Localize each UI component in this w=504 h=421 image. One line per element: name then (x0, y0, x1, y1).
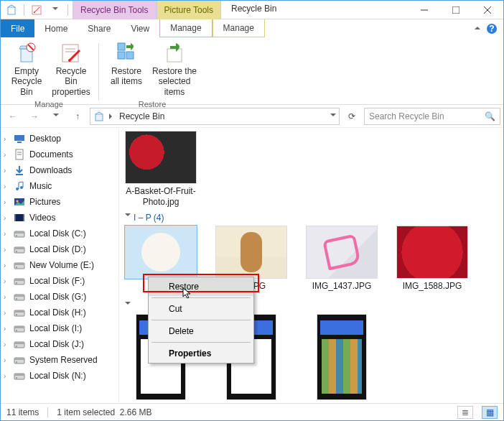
context-menu-properties[interactable]: Properties (149, 344, 253, 363)
expand-icon[interactable]: › (4, 293, 6, 301)
restore-selected-icon (163, 42, 186, 65)
ribbon-tabs: File Home Share View Manage Manage ? (1, 19, 503, 37)
address-dropdown-icon[interactable] (330, 111, 336, 121)
expand-icon[interactable]: › (4, 230, 6, 238)
disk-icon (14, 354, 25, 366)
group-header[interactable]: I – P (4) (125, 212, 503, 223)
sidebar-item-label: Local Disk (I:) (29, 323, 82, 333)
manage-recycle-subtab[interactable]: Manage (159, 19, 212, 37)
up-button[interactable]: ↑ (68, 107, 87, 126)
ribbon-collapse-icon[interactable] (475, 22, 480, 32)
back-button[interactable]: ← (4, 107, 22, 126)
vid-icon (14, 212, 25, 223)
file-item[interactable]: IMG_1588.JPG (396, 226, 468, 292)
view-tab[interactable]: View (121, 19, 159, 37)
sidebar-item[interactable]: ›Local Disk (N:) (1, 368, 118, 384)
sidebar-item-label: Videos (29, 213, 55, 223)
address-bar[interactable]: Recycle Bin (90, 108, 340, 125)
sidebar-item[interactable]: ›New Volume (E:) (1, 257, 118, 273)
sidebar-item-label: Documents (29, 149, 73, 159)
context-menu-restore[interactable]: Restore (149, 277, 253, 296)
sidebar-item[interactable]: ›Local Disk (F:) (1, 273, 118, 289)
empty-recycle-bin-button[interactable]: Empty Recycle Bin (5, 40, 48, 98)
forward-button[interactable]: → (25, 107, 44, 126)
expand-icon[interactable]: › (4, 214, 6, 222)
recycle-bin-tools-tab[interactable]: Recycle Bin Tools (73, 1, 157, 19)
expand-icon[interactable]: › (4, 198, 6, 206)
picture-tools-tab[interactable]: Picture Tools (157, 1, 221, 19)
svg-rect-44 (14, 279, 24, 281)
file-item[interactable]: IMG_1437.JPG (306, 226, 378, 292)
svg-rect-53 (14, 326, 24, 328)
details-view-button[interactable]: ≣ (457, 406, 473, 419)
navigation-bar: ← → ↑ Recycle Bin ⟳ Search Recycle Bin 🔍 (1, 105, 503, 128)
file-tab[interactable]: File (1, 19, 34, 37)
refresh-button[interactable]: ⟳ (342, 107, 361, 126)
qat-recycle-icon[interactable] (4, 2, 19, 18)
sidebar-item[interactable]: ›Desktop (1, 131, 118, 147)
ribbon-group-manage: Empty Recycle Bin Recycle Bin properties… (5, 40, 93, 104)
file-item[interactable]: A-Basket-Of-Fruit-Photo.jpg (125, 131, 197, 208)
minimize-button[interactable] (409, 1, 440, 19)
qat-properties-icon[interactable] (29, 2, 45, 18)
expand-icon[interactable]: › (4, 135, 6, 143)
sidebar-item[interactable]: ›System Reserved (1, 352, 118, 368)
home-tab[interactable]: Home (34, 19, 78, 37)
quick-access-toolbar (1, 1, 73, 19)
contextual-tool-tabs: Recycle Bin Tools Picture Tools (73, 1, 221, 19)
recycle-bin-properties-button[interactable]: Recycle Bin properties (50, 40, 93, 98)
sidebar-item[interactable]: ›Music (1, 178, 118, 194)
breadcrumb[interactable]: Recycle Bin (119, 111, 164, 121)
expand-icon[interactable]: › (4, 356, 6, 364)
sidebar-item[interactable]: ›Pictures (1, 194, 118, 210)
svg-rect-32 (14, 214, 16, 221)
sidebar-item-label: Local Disk (G:) (29, 292, 86, 302)
disk-icon (14, 275, 25, 287)
close-button[interactable] (472, 1, 503, 19)
sidebar-item[interactable]: ›Local Disk (J:) (1, 336, 118, 352)
sidebar-item[interactable]: ›Local Disk (H:) (1, 305, 118, 320)
sidebar-item[interactable]: ›Documents (1, 147, 118, 162)
navigation-pane[interactable]: ›Desktop›Documents›Downloads›Music›Pictu… (1, 128, 119, 403)
breadcrumb-chevron-icon[interactable] (109, 111, 115, 121)
file-item[interactable]: Screenshot_2019-06-13-22-56-15.png (306, 314, 378, 403)
sidebar-item[interactable]: ›Local Disk (C:) (1, 226, 118, 241)
sidebar-item[interactable]: ›Local Disk (I:) (1, 320, 118, 336)
restore-selected-items-button[interactable]: Restore the selected items (149, 40, 200, 98)
expand-icon[interactable]: › (4, 182, 6, 190)
share-tab[interactable]: Share (78, 19, 121, 37)
sidebar-item[interactable]: ›Local Disk (D:) (1, 241, 118, 257)
search-box[interactable]: Search Recycle Bin 🔍 (364, 108, 500, 125)
context-menu-delete[interactable]: Delete (149, 322, 253, 341)
sidebar-item[interactable]: ›Videos (1, 210, 118, 226)
status-item-count: 11 items (6, 407, 39, 417)
svg-rect-62 (14, 374, 24, 376)
sidebar-item[interactable]: ›Downloads (1, 162, 118, 178)
expand-icon[interactable]: › (4, 151, 6, 159)
restore-all-items-button[interactable]: Restore all items (105, 40, 148, 98)
help-icon[interactable]: ? (486, 23, 498, 34)
expand-icon[interactable]: › (4, 372, 6, 380)
expand-icon[interactable]: › (4, 262, 6, 269)
svg-rect-50 (14, 310, 24, 313)
expand-icon[interactable]: › (4, 167, 6, 175)
thumbnails-view-button[interactable]: ▦ (482, 406, 498, 419)
expand-icon[interactable]: › (4, 246, 6, 254)
search-icon: 🔍 (485, 111, 495, 121)
maximize-button[interactable] (440, 1, 472, 19)
expand-icon[interactable]: › (4, 341, 6, 348)
manage-picture-subtab[interactable]: Manage (213, 19, 265, 37)
disk-icon (14, 228, 25, 239)
dl-icon (14, 165, 25, 176)
sidebar-item[interactable]: ›Local Disk (G:) (1, 289, 118, 305)
recent-locations-button[interactable] (47, 107, 65, 126)
context-menu-cut[interactable]: Cut (149, 300, 253, 318)
sidebar-item-label: Pictures (29, 197, 60, 207)
sidebar-item-label: Music (29, 181, 52, 191)
expand-icon[interactable]: › (4, 325, 6, 333)
qat-dropdown-icon[interactable] (47, 2, 63, 18)
expand-icon[interactable]: › (4, 277, 6, 285)
expand-icon[interactable]: › (4, 309, 6, 317)
svg-rect-0 (8, 7, 15, 14)
window-title: Recycle Bin (221, 1, 409, 19)
